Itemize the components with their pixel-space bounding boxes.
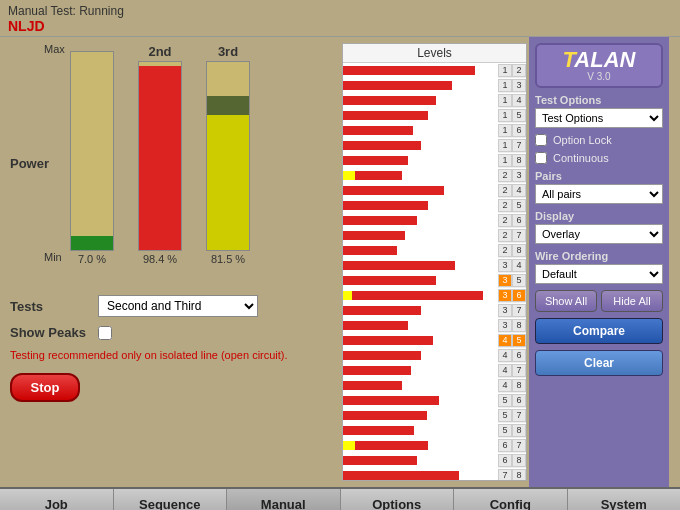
clear-button[interactable]: Clear — [535, 350, 663, 376]
show-peaks-row: Show Peaks — [10, 325, 330, 340]
level-bar — [343, 96, 436, 105]
level-bar-area — [343, 468, 498, 481]
show-peaks-checkbox[interactable] — [98, 326, 112, 340]
level-bar — [343, 321, 408, 330]
bar-3rd-wrapper — [206, 61, 250, 251]
wire-ordering-dropdown[interactable]: Default Custom — [535, 264, 663, 284]
level-bar — [343, 66, 475, 75]
power-label: Power — [10, 156, 49, 171]
level-row: 27 — [343, 228, 526, 243]
level-bar — [343, 306, 421, 315]
bar-max-label: Max — [44, 43, 65, 55]
level-row: 23 — [343, 168, 526, 183]
level-bar-area — [343, 168, 498, 183]
pair-label-2: 8 — [512, 469, 526, 481]
bottom-nav: Job Sequence Manual Options Config Syste… — [0, 487, 680, 510]
display-dropdown[interactable]: Overlay Separate — [535, 224, 663, 244]
level-bar-area — [343, 303, 498, 318]
level-row: 38 — [343, 318, 526, 333]
level-bar-area — [343, 453, 498, 468]
bar-2nd-wrapper — [138, 61, 182, 251]
pair-label-2: 4 — [512, 94, 526, 107]
talan-version: V 3.0 — [541, 71, 657, 82]
level-row: 45 — [343, 333, 526, 348]
level-row: 36 — [343, 288, 526, 303]
pair-label-2: 6 — [512, 214, 526, 227]
nav-sequence[interactable]: Sequence — [114, 489, 228, 510]
pair-label-2: 5 — [512, 274, 526, 287]
pair-label-1: 2 — [498, 214, 512, 227]
level-bar-area — [343, 198, 498, 213]
level-bar-area — [343, 138, 498, 153]
bar-2nd-fill — [139, 66, 181, 250]
bar-2nd-value: 98.4 % — [143, 253, 177, 265]
level-bar-area — [343, 183, 498, 198]
level-bar — [343, 426, 414, 435]
talan-logo: TALAN — [541, 49, 657, 71]
compare-button[interactable]: Compare — [535, 318, 663, 344]
show-all-button[interactable]: Show All — [535, 290, 597, 312]
nav-system[interactable]: System — [568, 489, 681, 510]
pair-label-1: 1 — [498, 124, 512, 137]
pair-label-2: 3 — [512, 79, 526, 92]
pair-label-2: 6 — [512, 289, 526, 302]
left-panel: Max Min Power 7.0 % 2nd 98. — [0, 37, 340, 487]
option-lock-checkbox[interactable] — [535, 134, 547, 146]
level-bar — [343, 81, 452, 90]
level-row: 58 — [343, 423, 526, 438]
level-bar-area — [343, 348, 498, 363]
level-bar — [343, 246, 397, 255]
test-options-dropdown[interactable]: Test Options — [535, 108, 663, 128]
nav-config[interactable]: Config — [454, 489, 568, 510]
pair-label-2: 7 — [512, 304, 526, 317]
level-bar — [343, 141, 421, 150]
pair-label-2: 5 — [512, 199, 526, 212]
pair-label-2: 3 — [512, 169, 526, 182]
pair-label-1: 5 — [498, 424, 512, 437]
level-bar — [343, 351, 421, 360]
level-bar-area — [343, 378, 498, 393]
nav-manual[interactable]: Manual — [227, 489, 341, 510]
pair-label-2: 6 — [512, 124, 526, 137]
level-row: 35 — [343, 273, 526, 288]
level-bar-area — [343, 408, 498, 423]
pair-label-1: 3 — [498, 304, 512, 317]
wire-ordering-section: Wire Ordering Default Custom — [535, 250, 663, 284]
level-row: 25 — [343, 198, 526, 213]
level-row: 37 — [343, 303, 526, 318]
level-row: 17 — [343, 138, 526, 153]
tests-dropdown[interactable]: Second and Third Second Only Third Only … — [98, 295, 258, 317]
level-bar-area — [343, 258, 498, 273]
pair-label-1: 2 — [498, 169, 512, 182]
pair-label-1: 1 — [498, 79, 512, 92]
level-bar — [343, 441, 428, 450]
level-bar-area — [343, 123, 498, 138]
hide-all-button[interactable]: Hide All — [601, 290, 663, 312]
level-yellow-indicator — [343, 171, 355, 180]
level-bar — [343, 186, 444, 195]
display-section: Display Overlay Separate — [535, 210, 663, 244]
pair-label-1: 5 — [498, 409, 512, 422]
level-bar-area — [343, 423, 498, 438]
level-bar-area — [343, 393, 498, 408]
pairs-dropdown[interactable]: All pairs Tip-Ring Custom — [535, 184, 663, 204]
nav-options[interactable]: Options — [341, 489, 455, 510]
pair-label-2: 7 — [512, 439, 526, 452]
pair-label-1: 5 — [498, 394, 512, 407]
option-lock-label: Option Lock — [553, 134, 612, 146]
main-area: Max Min Power 7.0 % 2nd 98. — [0, 37, 680, 487]
nav-job[interactable]: Job — [0, 489, 114, 510]
pair-label-1: 4 — [498, 334, 512, 347]
pair-label-1: 7 — [498, 469, 512, 481]
level-row: 67 — [343, 438, 526, 453]
bar-2nd-item: 2nd 98.4 % — [138, 44, 182, 265]
pair-label-2: 7 — [512, 409, 526, 422]
header: Manual Test: Running NLJD — [0, 0, 680, 37]
level-row: 48 — [343, 378, 526, 393]
pair-label-1: 1 — [498, 64, 512, 77]
continuous-checkbox[interactable] — [535, 152, 547, 164]
level-row: 26 — [343, 213, 526, 228]
level-row: 16 — [343, 123, 526, 138]
stop-button[interactable]: Stop — [10, 373, 80, 402]
level-row: 47 — [343, 363, 526, 378]
